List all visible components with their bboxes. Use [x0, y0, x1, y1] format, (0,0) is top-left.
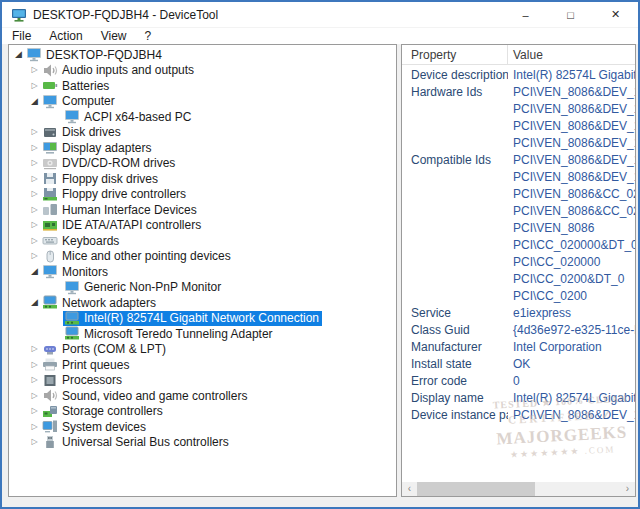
- property-row[interactable]: PCI\CC_020000&DT_0: [402, 236, 635, 253]
- property-row[interactable]: PCI\CC_0200: [402, 287, 635, 304]
- close-button[interactable]: ✕: [593, 2, 638, 27]
- property-row[interactable]: PCI\CC_0200&DT_0: [402, 270, 635, 287]
- tree-node[interactable]: Storage controllers: [41, 404, 166, 419]
- menu-item[interactable]: ?: [142, 28, 161, 44]
- tree-node[interactable]: Mice and other pointing devices: [41, 249, 234, 264]
- tree-item[interactable]: ▷Floppy disk drives: [9, 171, 396, 187]
- tree-node[interactable]: Keyboards: [41, 233, 122, 248]
- tree-item[interactable]: Intel(R) 82574L Gigabit Network Connecti…: [9, 311, 396, 327]
- expand-arrow-icon[interactable]: ▷: [28, 144, 41, 152]
- tree-item[interactable]: ▷Human Interface Devices: [9, 202, 396, 218]
- tree-item[interactable]: ◢DESKTOP-FQDJBH4: [9, 47, 396, 63]
- tree-node[interactable]: IDE ATA/ATAPI controllers: [41, 218, 204, 233]
- property-row[interactable]: PCI\VEN_8086&DEV_10D3: [402, 168, 635, 185]
- expand-arrow-icon[interactable]: ▷: [28, 66, 41, 74]
- scroll-left-arrow-icon[interactable]: ‹: [402, 482, 417, 496]
- expand-arrow-icon[interactable]: ▷: [28, 190, 41, 198]
- tree-node[interactable]: ACPI x64-based PC: [63, 109, 194, 124]
- property-row[interactable]: PCI\VEN_8086&DEV_10D38: [402, 100, 635, 117]
- property-row[interactable]: PCI\VEN_8086&CC_020000: [402, 185, 635, 202]
- tree-node[interactable]: Human Interface Devices: [41, 202, 200, 217]
- tree-node[interactable]: Microsoft Teredo Tunneling Adapter: [63, 326, 276, 341]
- tree-item[interactable]: ◢Monitors: [9, 264, 396, 280]
- expand-arrow-icon[interactable]: ▷: [28, 345, 41, 353]
- menu-item[interactable]: View: [98, 28, 136, 44]
- tree-node[interactable]: Print queues: [41, 357, 132, 372]
- tree-item[interactable]: ACPI x64-based PC: [9, 109, 396, 125]
- property-row[interactable]: PCI\VEN_8086: [402, 219, 635, 236]
- tree-item[interactable]: ▷Keyboards: [9, 233, 396, 249]
- tree-node[interactable]: Display adapters: [41, 140, 154, 155]
- property-row[interactable]: Class Guid{4d36e972-e325-11ce-bfc1-0: [402, 321, 635, 338]
- collapse-arrow-icon[interactable]: ◢: [28, 97, 41, 106]
- expand-arrow-icon[interactable]: ▷: [28, 128, 41, 136]
- property-row[interactable]: PCI\VEN_8086&DEV_10D38: [402, 134, 635, 151]
- tree-item[interactable]: ▷System devices: [9, 419, 396, 435]
- tree-node[interactable]: Sound, video and game controllers: [41, 388, 250, 403]
- tree-node[interactable]: Generic Non-PnP Monitor: [63, 280, 224, 295]
- expand-arrow-icon[interactable]: ▷: [28, 82, 41, 90]
- property-row[interactable]: Device descriptionIntel(R) 82574L Gigabi…: [402, 66, 635, 83]
- expand-arrow-icon[interactable]: ▷: [28, 221, 41, 229]
- tree-node[interactable]: Batteries: [41, 78, 112, 93]
- property-row[interactable]: Servicee1iexpress: [402, 304, 635, 321]
- tree-node[interactable]: System devices: [41, 419, 149, 434]
- expand-arrow-icon[interactable]: ▷: [28, 252, 41, 260]
- expand-arrow-icon[interactable]: ▷: [28, 438, 41, 446]
- tree-node[interactable]: Monitors: [41, 264, 111, 279]
- expand-arrow-icon[interactable]: ▷: [28, 407, 41, 415]
- tree-item[interactable]: ▷Batteries: [9, 78, 396, 94]
- maximize-button[interactable]: □: [548, 2, 593, 27]
- tree-node[interactable]: Processors: [41, 373, 125, 388]
- tree-item[interactable]: ▷DVD/CD-ROM drives: [9, 156, 396, 172]
- horizontal-scrollbar[interactable]: ‹ ›: [402, 482, 635, 496]
- expand-arrow-icon[interactable]: ▷: [28, 361, 41, 369]
- expand-arrow-icon[interactable]: ▷: [28, 206, 41, 214]
- scrollbar-thumb[interactable]: [417, 482, 535, 496]
- tree-node[interactable]: Audio inputs and outputs: [41, 63, 197, 78]
- property-row[interactable]: Error code0: [402, 372, 635, 389]
- tree-node[interactable]: Computer: [41, 94, 118, 109]
- expand-arrow-icon[interactable]: ▷: [28, 423, 41, 431]
- tree-item[interactable]: ▷Mice and other pointing devices: [9, 249, 396, 265]
- tree-item[interactable]: ◢Network adapters: [9, 295, 396, 311]
- property-row[interactable]: Install stateOK: [402, 355, 635, 372]
- tree-item[interactable]: Microsoft Teredo Tunneling Adapter: [9, 326, 396, 342]
- tree-item[interactable]: Generic Non-PnP Monitor: [9, 280, 396, 296]
- property-row[interactable]: PCI\CC_020000: [402, 253, 635, 270]
- tree-node[interactable]: Network adapters: [41, 295, 159, 310]
- tree-node[interactable]: Universal Serial Bus controllers: [41, 435, 232, 450]
- expand-arrow-icon[interactable]: ▷: [28, 392, 41, 400]
- tree-item[interactable]: ▷Universal Serial Bus controllers: [9, 435, 396, 451]
- scrollbar-track[interactable]: [417, 482, 620, 496]
- collapse-arrow-icon[interactable]: ◢: [28, 267, 41, 276]
- tree-node[interactable]: DESKTOP-FQDJBH4: [25, 47, 165, 62]
- tree-item[interactable]: ▷Sound, video and game controllers: [9, 388, 396, 404]
- property-row[interactable]: Hardware IdsPCI\VEN_8086&DEV_10D38: [402, 83, 635, 100]
- menu-item[interactable]: File: [9, 28, 40, 44]
- tree-item[interactable]: ◢Computer: [9, 94, 396, 110]
- property-row[interactable]: ManufacturerIntel Corporation: [402, 338, 635, 355]
- expand-arrow-icon[interactable]: ▷: [28, 159, 41, 167]
- tree-node[interactable]: Floppy drive controllers: [41, 187, 189, 202]
- expand-arrow-icon[interactable]: ▷: [28, 237, 41, 245]
- tree-node[interactable]: Ports (COM & LPT): [41, 342, 169, 357]
- collapse-arrow-icon[interactable]: ◢: [28, 298, 41, 307]
- menu-item[interactable]: Action: [46, 28, 91, 44]
- tree-item[interactable]: ▷Display adapters: [9, 140, 396, 156]
- tree-node[interactable]: DVD/CD-ROM drives: [41, 156, 178, 171]
- property-row[interactable]: Display nameIntel(R) 82574L Gigabit Netw: [402, 389, 635, 406]
- tree-item[interactable]: ▷IDE ATA/ATAPI controllers: [9, 218, 396, 234]
- expand-arrow-icon[interactable]: ▷: [28, 376, 41, 384]
- scroll-right-arrow-icon[interactable]: ›: [620, 482, 635, 496]
- collapse-arrow-icon[interactable]: ◢: [12, 50, 25, 59]
- column-header-value[interactable]: Value: [508, 48, 635, 62]
- property-row[interactable]: PCI\VEN_8086&DEV_10D38: [402, 117, 635, 134]
- tree-item[interactable]: ▷Floppy drive controllers: [9, 187, 396, 203]
- tree-item[interactable]: ▷Processors: [9, 373, 396, 389]
- tree-node[interactable]: Floppy disk drives: [41, 171, 161, 186]
- column-header-property[interactable]: Property: [402, 45, 508, 64]
- property-row[interactable]: Device instance pathPCI\VEN_8086&DEV_10D…: [402, 406, 635, 423]
- property-row[interactable]: PCI\VEN_8086&CC_0200: [402, 202, 635, 219]
- tree-item[interactable]: ▷Print queues: [9, 357, 396, 373]
